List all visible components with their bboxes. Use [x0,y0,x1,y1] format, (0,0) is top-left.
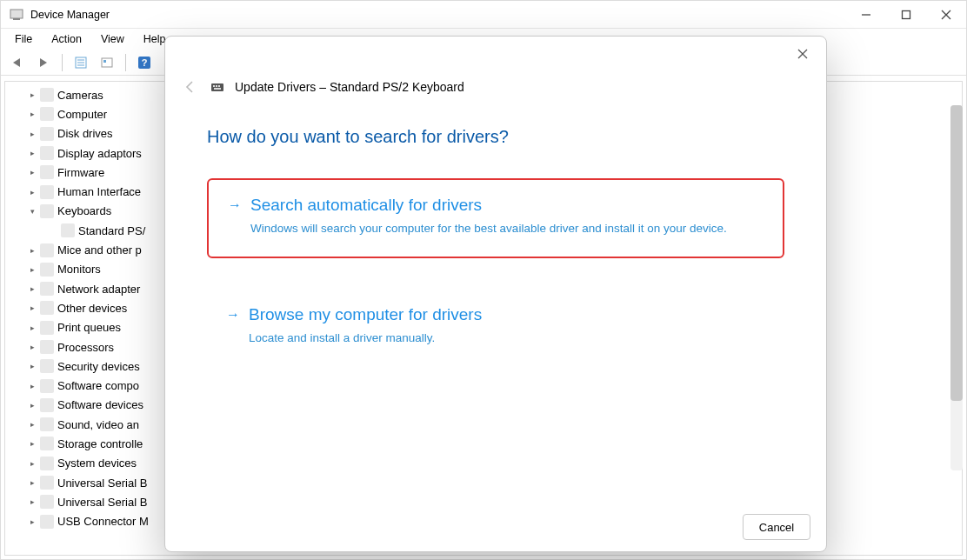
display-icon [40,146,54,160]
chevron-right-icon[interactable]: ▸ [26,188,38,197]
tree-item-label: Security devices [57,360,140,373]
chevron-right-icon[interactable]: ▸ [26,149,38,157]
titlebar: Device Manager [1,1,966,29]
svg-rect-19 [218,85,220,87]
tree-item-label: Software compo [57,379,139,392]
maximize-button[interactable] [886,1,926,29]
storage-icon [40,437,54,450]
tree-item-label: Computer [57,108,107,121]
tree-item-label: Storage controlle [57,437,143,450]
dialog-close-button[interactable] [788,41,817,67]
tree-item-label: Print queues [57,321,121,334]
keyboard-icon [40,204,54,218]
minimize-button[interactable] [846,1,886,29]
cancel-button[interactable]: Cancel [743,514,810,540]
titlebar-left: Device Manager [10,8,110,22]
computer-icon [40,107,54,121]
arrow-right-icon: → [226,307,240,323]
menu-action[interactable]: Action [43,31,90,47]
chevron-right-icon[interactable]: ▸ [26,303,38,312]
chevron-right-icon[interactable]: ▸ [26,168,38,177]
chevron-right-icon[interactable]: ▸ [26,90,38,99]
scrollbar-thumb[interactable] [950,105,963,401]
svg-rect-20 [214,88,221,90]
keyboard-icon [61,223,75,237]
dialog-question: How do you want to search for drivers? [207,127,784,147]
monitor-icon [40,263,54,277]
dialog-back-button[interactable] [181,77,200,97]
tree-item-label: Sound, video an [57,418,139,431]
svg-text:?: ? [142,57,148,68]
cpu-icon [40,340,54,354]
option-title: Search automatically for drivers [250,196,482,215]
close-button[interactable] [926,1,966,29]
svg-rect-11 [103,60,106,63]
tree-item-label: Network adapter [57,283,140,296]
chevron-right-icon[interactable]: ▸ [26,439,38,448]
other-icon [40,301,54,315]
firmware-icon [40,165,54,179]
device-manager-window: Device Manager File Action View Help [0,0,967,560]
svg-rect-0 [10,10,23,18]
software-icon [40,379,54,393]
usb-icon [40,476,54,490]
titlebar-controls [846,1,966,29]
chevron-right-icon[interactable]: ▸ [26,246,38,255]
security-icon [40,359,54,373]
network-icon [40,282,54,296]
tree-item-label: Universal Serial B [57,477,147,490]
chevron-right-icon[interactable]: ▸ [26,401,38,410]
chevron-down-icon[interactable]: ▾ [26,207,38,216]
sound-icon [40,417,54,431]
option-header: → Browse my computer for drivers [226,305,765,324]
chevron-right-icon[interactable]: ▸ [26,265,38,274]
chevron-right-icon[interactable]: ▸ [26,323,38,332]
tree-item-label: Other devices [57,302,127,315]
tree-item-label: Human Interface [57,185,141,198]
tree-item-label: Software devices [57,398,143,411]
usb-icon [40,495,54,509]
tree-item-label: Firmware [57,166,104,179]
menu-view[interactable]: View [92,31,133,47]
toolbar-back-button[interactable] [6,52,29,73]
chevron-right-icon[interactable]: ▸ [26,497,38,506]
svg-rect-18 [216,85,217,87]
chevron-right-icon[interactable]: ▸ [26,343,38,351]
chevron-right-icon[interactable]: ▸ [26,362,38,370]
chevron-right-icon[interactable]: ▸ [26,459,38,468]
toolbar-help-button[interactable]: ? [133,52,156,73]
tree-item-label: Processors [57,341,114,354]
toolbar-properties-button[interactable] [70,52,92,73]
tree-item-label: System devices [57,457,137,470]
scrollbar[interactable] [950,105,963,470]
chevron-right-icon[interactable]: ▸ [26,110,38,118]
printer-icon [40,321,54,335]
chevron-right-icon[interactable]: ▸ [26,478,38,487]
option-description: Windows will search your computer for th… [250,220,737,237]
toolbar-scan-button[interactable] [96,52,118,73]
toolbar-forward-button[interactable] [32,52,55,73]
svg-rect-16 [211,83,223,91]
chevron-right-icon[interactable]: ▸ [26,420,38,429]
hid-icon [40,185,54,199]
disk-icon [40,127,54,141]
option-search-automatically[interactable]: → Search automatically for drivers Windo… [207,178,784,258]
keyboard-icon [210,80,224,94]
chevron-right-icon[interactable]: ▸ [26,517,38,526]
option-browse-computer[interactable]: → Browse my computer for drivers Locate … [207,293,784,361]
svg-rect-10 [102,58,112,67]
software-icon [40,398,54,412]
tree-item-label: Keyboards [57,204,111,217]
usb-icon [40,515,54,529]
dialog-content: How do you want to search for drivers? →… [165,103,826,503]
svg-rect-17 [213,85,215,87]
option-title: Browse my computer for drivers [249,305,482,324]
mouse-icon [40,243,54,257]
tree-item-label: USB Connector M [57,515,149,528]
menu-file[interactable]: File [6,31,41,47]
chevron-right-icon[interactable]: ▸ [26,130,38,138]
chevron-right-icon[interactable]: ▸ [26,284,38,293]
window-title: Device Manager [30,9,110,21]
chevron-right-icon[interactable]: ▸ [26,382,38,390]
toolbar-separator [125,54,126,71]
